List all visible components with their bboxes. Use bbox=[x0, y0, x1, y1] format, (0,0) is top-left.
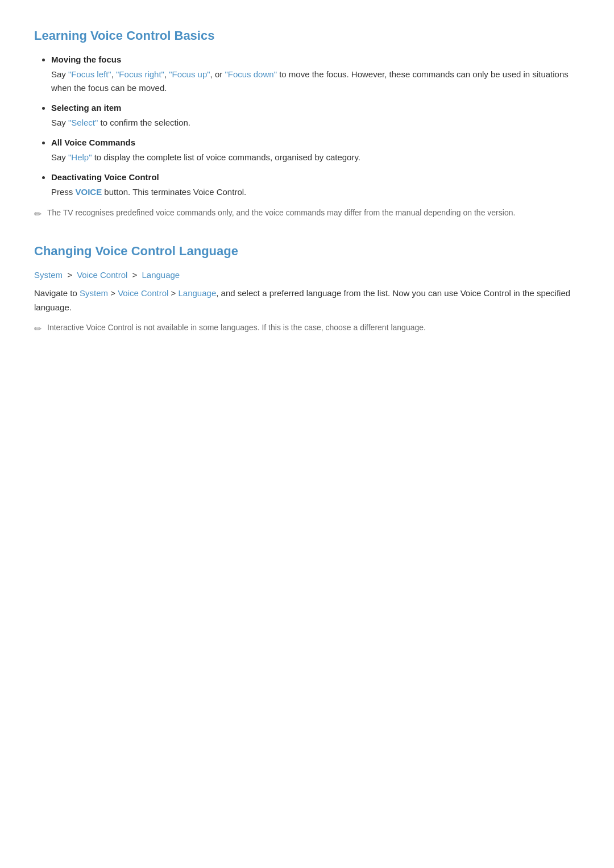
deactivating-title: Deactivating Voice Control bbox=[51, 172, 159, 182]
body-language-link[interactable]: Language bbox=[179, 288, 217, 298]
body-voice-control-link[interactable]: Voice Control bbox=[118, 288, 168, 298]
body-chevron-2: > bbox=[171, 288, 179, 298]
focus-down-link[interactable]: "Focus down" bbox=[225, 69, 277, 79]
focus-up-link[interactable]: "Focus up" bbox=[169, 69, 210, 79]
moving-focus-title: Moving the focus bbox=[51, 55, 121, 64]
section2-title: Changing Voice Control Language bbox=[34, 244, 580, 259]
all-commands-body: Say "Help" to display the complete list … bbox=[51, 151, 580, 164]
note-icon-2: ✏ bbox=[34, 322, 42, 336]
section1-title: Learning Voice Control Basics bbox=[34, 28, 580, 43]
section2-note-text: Interactive Voice Control is not availab… bbox=[47, 322, 426, 334]
section2-body: Navigate to System > Voice Control > Lan… bbox=[34, 286, 580, 315]
chevron-icon-1: > bbox=[67, 270, 74, 280]
note-icon-1: ✏ bbox=[34, 207, 42, 221]
deactivating-body: Press VOICE button. This terminates Voic… bbox=[51, 185, 580, 199]
list-item-deactivating: Deactivating Voice Control Press VOICE b… bbox=[51, 172, 580, 199]
chevron-icon-2: > bbox=[132, 270, 140, 280]
nav-system-link[interactable]: System bbox=[34, 270, 63, 280]
section-changing: Changing Voice Control Language System >… bbox=[34, 244, 580, 336]
basics-list: Moving the focus Say "Focus left", "Focu… bbox=[34, 55, 580, 199]
list-item-moving-focus: Moving the focus Say "Focus left", "Focu… bbox=[51, 55, 580, 95]
focus-left-link[interactable]: "Focus left" bbox=[68, 69, 111, 79]
nav-path: System > Voice Control > Language bbox=[34, 270, 580, 280]
section1-note-text: The TV recognises predefined voice comma… bbox=[47, 207, 515, 219]
section-learning: Learning Voice Control Basics Moving the… bbox=[34, 28, 580, 221]
moving-focus-body: Say "Focus left", "Focus right", "Focus … bbox=[51, 68, 580, 95]
body-system-link[interactable]: System bbox=[80, 288, 108, 298]
focus-right-link[interactable]: "Focus right" bbox=[116, 69, 164, 79]
nav-voice-control-link[interactable]: Voice Control bbox=[77, 270, 127, 280]
section2-note: ✏ Interactive Voice Control is not avail… bbox=[34, 322, 580, 336]
all-commands-title: All Voice Commands bbox=[51, 138, 135, 147]
list-item-all-commands: All Voice Commands Say "Help" to display… bbox=[51, 138, 580, 164]
help-link[interactable]: "Help" bbox=[68, 152, 92, 162]
selecting-title: Selecting an item bbox=[51, 103, 121, 113]
select-link[interactable]: "Select" bbox=[68, 118, 98, 127]
section1-note: ✏ The TV recognises predefined voice com… bbox=[34, 207, 580, 221]
voice-highlight: VOICE bbox=[76, 187, 102, 197]
list-item-selecting: Selecting an item Say "Select" to confir… bbox=[51, 103, 580, 130]
nav-language-link[interactable]: Language bbox=[142, 270, 180, 280]
body-chevron-1: > bbox=[110, 288, 118, 298]
selecting-body: Say "Select" to confirm the selection. bbox=[51, 116, 580, 130]
